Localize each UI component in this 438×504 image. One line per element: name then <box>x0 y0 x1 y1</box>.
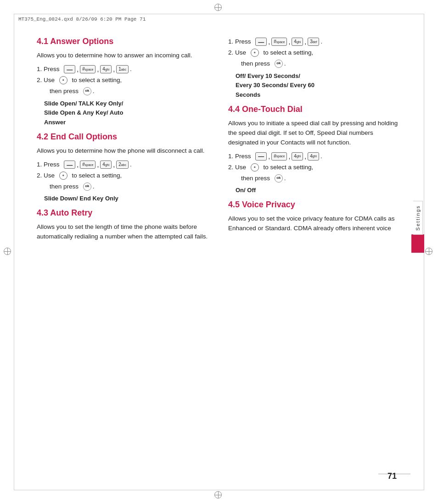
key-4a-44: 4ghi <box>292 152 303 161</box>
period-44: . <box>284 173 286 183</box>
period1: . <box>130 64 132 74</box>
then-press-43r: then press <box>241 59 270 69</box>
then-press-42: then press <box>50 182 79 192</box>
section-41-title: 4.1 Answer Options <box>37 37 210 46</box>
comma3-44: , <box>304 151 306 161</box>
step1-num-43r: 1. Press <box>228 37 251 47</box>
key-4-43r: 4ghi <box>292 38 303 46</box>
sidebar-color-bar <box>411 234 424 253</box>
header-text: MT375_Eng_0824.qxd 8/26/09 6:20 PM Page … <box>14 14 424 25</box>
ok-icon-44: ok <box>275 174 283 183</box>
step2-text-43r: to select a setting, <box>264 48 314 58</box>
section-43r-step1: 1. Press — , #space , 4ghi , 3def . <box>228 37 401 47</box>
step2-text-42: to select a setting, <box>72 171 122 181</box>
section-41-step2b: then press ok . <box>50 86 210 96</box>
comma2-43r: , <box>288 37 290 47</box>
nav-icon-41: ⚬ <box>59 76 67 84</box>
period1-44: . <box>320 151 322 161</box>
step1-num-44: 1. Press <box>228 151 251 161</box>
key-hash-42: #space <box>80 161 95 169</box>
step2-num-44: 2. Use <box>228 162 246 172</box>
nav-icon-43r: ⚬ <box>251 49 259 57</box>
section-43-title: 4.3 Auto Retry <box>37 208 210 218</box>
key-hash-41: #space <box>80 65 95 73</box>
sidebar-label: Settings <box>413 201 423 235</box>
step2-text-44: to select a setting, <box>264 162 314 172</box>
section-42-body: Allows you to determine how the phone wi… <box>37 146 210 156</box>
section-45-title: 4.5 Voice Privacy <box>228 200 401 210</box>
section-44-step2b: then press ok . <box>241 173 401 183</box>
section-43-steps: 1. Press — , #space , 4ghi , 3def . 2. U… <box>228 37 401 100</box>
comma3-43r: , <box>304 37 306 47</box>
comma2-44: , <box>288 151 290 161</box>
section-42-step2b: then press ok . <box>50 182 210 192</box>
section-43-body: Allows you to set the length of time the… <box>37 222 210 242</box>
section-41-step1: 1. Press — , #space , 4ghi , 1abc . <box>37 64 210 74</box>
then-press-44: then press <box>241 173 270 183</box>
key-1-41: 1abc <box>116 65 129 73</box>
comma1-42: , <box>77 160 79 170</box>
ok-icon-42: ok <box>83 183 91 191</box>
left-column: 4.1 Answer Options Allows you to determi… <box>37 37 210 467</box>
nav-icon-44: ⚬ <box>251 163 259 172</box>
reg-mark-right <box>425 248 434 257</box>
right-column: 1. Press — , #space , 4ghi , 3def . 2. U… <box>228 37 401 467</box>
key-4b-44: 4ghi <box>308 152 319 161</box>
comma3-42: , <box>113 160 115 170</box>
section-42-title: 4.2 End Call Options <box>37 132 210 142</box>
section-44-step2: 2. Use ⚬ to select a setting, <box>228 162 401 172</box>
section-44-step1: 1. Press — , #space , 4ghi , 4ghi . <box>228 151 401 161</box>
section-42-step2: 2. Use ⚬ to select a setting, <box>37 171 210 181</box>
section-41-options: Slide Open/ TALK Key Only/Slide Open & A… <box>44 99 210 127</box>
section-41: 4.1 Answer Options Allows you to determi… <box>37 37 210 127</box>
key-dash-41: — <box>64 65 75 73</box>
key-4-41: 4ghi <box>100 65 112 73</box>
key-dash-44: — <box>255 152 267 161</box>
period-43r: . <box>284 59 286 69</box>
section-41-step2: 2. Use ⚬ to select a setting, <box>37 75 210 85</box>
reg-mark-top <box>214 4 224 13</box>
key-4-42: 4ghi <box>100 161 112 169</box>
section-41-body: Allows you to determine how to answer an… <box>37 51 210 61</box>
ok-icon-41: ok <box>83 87 91 95</box>
period-42: . <box>93 182 95 192</box>
comma1: , <box>77 64 79 74</box>
step2-num-43r: 2. Use <box>228 48 246 58</box>
sidebar-tab: Settings <box>411 201 424 253</box>
section-45: 4.5 Voice Privacy Allows you to set the … <box>228 200 401 233</box>
comma2-42: , <box>97 160 99 170</box>
section-44-body: Allows you to initiate a speed dial call… <box>228 119 401 148</box>
content-area: 4.1 Answer Options Allows you to determi… <box>37 37 401 467</box>
step1-num-42: 1. Press <box>37 160 60 170</box>
section-44-options: On/ Off <box>236 186 401 195</box>
period-41: . <box>93 86 95 96</box>
comma2: , <box>97 64 99 74</box>
reg-mark-left <box>4 248 13 257</box>
comma1-43r: , <box>268 37 270 47</box>
key-2-42: 2abc <box>116 161 129 169</box>
period1-43r: . <box>320 37 322 47</box>
section-42-step1: 1. Press — , #space , 4ghi , 2abc . <box>37 160 210 170</box>
key-dash-42: — <box>64 161 75 169</box>
section-43r-step2b: then press ok . <box>241 59 401 69</box>
key-hash-44: #space <box>271 152 287 161</box>
comma1-44: , <box>268 151 270 161</box>
comma3: , <box>113 64 115 74</box>
key-hash-43r: #space <box>271 38 287 46</box>
section-42-options: Slide Down/ End Key Only <box>44 194 210 204</box>
section-43-options: Off/ Every 10 Seconds/Every 30 Seconds/ … <box>236 72 401 100</box>
step2-num: 2. Use <box>37 75 55 85</box>
section-43: 4.3 Auto Retry Allows you to set the len… <box>37 208 210 242</box>
section-45-body: Allows you to set the voice privacy feat… <box>228 214 401 233</box>
ok-icon-43r: ok <box>275 60 283 68</box>
key-3-43r: 3def <box>308 38 319 46</box>
then-press-41: then press <box>50 86 79 96</box>
reg-mark-bottom <box>214 491 224 500</box>
key-dash-43r: — <box>255 38 267 46</box>
nav-icon-42: ⚬ <box>59 172 67 180</box>
section-44: 4.4 One-Touch Dial Allows you to initiat… <box>228 105 401 195</box>
step2-num-42: 2. Use <box>37 171 55 181</box>
section-43r-step2: 2. Use ⚬ to select a setting, <box>228 48 401 58</box>
page-number: 71 <box>387 471 397 481</box>
section-44-title: 4.4 One-Touch Dial <box>228 105 401 114</box>
